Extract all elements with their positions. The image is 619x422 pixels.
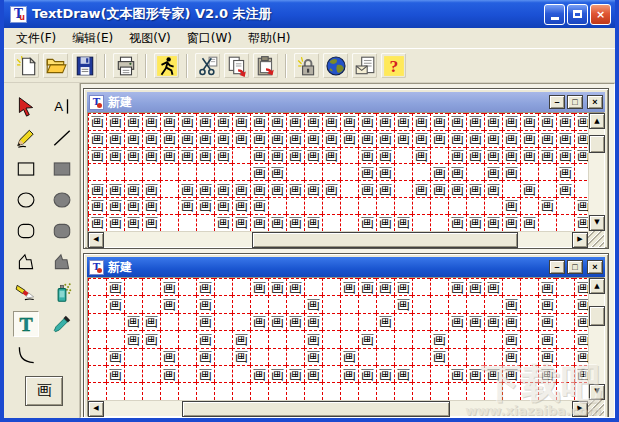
app-titlebar[interactable]: Tu TextDraw(文本图形专家) V2.0 未注册 × bbox=[4, 0, 615, 28]
grid-cell: 画 bbox=[502, 197, 520, 214]
doc-minimize-icon[interactable]: – bbox=[549, 95, 565, 109]
tool-rectangle-filled[interactable] bbox=[49, 156, 75, 182]
main-area: AT画 T新建–□×画画画画画画画画画画画画画画画画画画画画画画画画画画画画画画… bbox=[4, 83, 615, 418]
scroll-down-icon[interactable]: ▼ bbox=[589, 384, 605, 400]
run-button[interactable] bbox=[153, 52, 180, 79]
grid-cell bbox=[412, 278, 430, 295]
tool-rounded-rect-filled[interactable] bbox=[49, 218, 75, 244]
tool-polygon[interactable] bbox=[13, 249, 39, 275]
grid-cell: 画 bbox=[232, 197, 250, 214]
tool-text[interactable]: T bbox=[13, 311, 39, 337]
grid-cell: 画 bbox=[142, 147, 160, 164]
grid-cell bbox=[214, 365, 232, 382]
tool-brush[interactable] bbox=[13, 280, 39, 306]
scroll-right-icon[interactable]: ▶ bbox=[572, 232, 588, 248]
hscroll-thumb[interactable] bbox=[182, 401, 450, 417]
grid-cell bbox=[340, 382, 358, 399]
scroll-right-icon[interactable]: ▶ bbox=[572, 401, 588, 417]
help-button[interactable]: ? bbox=[380, 52, 407, 79]
paste-button[interactable] bbox=[252, 52, 279, 79]
tool-rectangle[interactable] bbox=[13, 156, 39, 182]
grid-cell: 画 bbox=[502, 295, 520, 312]
drawing-canvas[interactable]: 画画画画画画画画画画画画画画画画画画画画画画画画画画画画画画画画画画画画画画画画… bbox=[88, 278, 588, 400]
grid-cell: 画 bbox=[574, 313, 588, 330]
grid-cell bbox=[322, 313, 340, 330]
scroll-left-icon[interactable]: ◀ bbox=[88, 232, 104, 248]
grid-cell: 画 bbox=[556, 163, 574, 180]
grid-cell bbox=[484, 295, 502, 312]
grid-cell bbox=[88, 348, 106, 365]
scroll-left-icon[interactable]: ◀ bbox=[88, 401, 104, 417]
save-button[interactable] bbox=[71, 52, 98, 79]
tool-ellipse-filled[interactable] bbox=[49, 187, 75, 213]
menu-item-file[interactable]: 文件(F) bbox=[8, 28, 64, 49]
grid-cell bbox=[376, 295, 394, 312]
grid-cell: 画 bbox=[538, 330, 556, 347]
vertical-scrollbar[interactable]: ▲▼ bbox=[588, 113, 604, 231]
draw-char-button[interactable]: 画 bbox=[25, 376, 63, 406]
close-icon[interactable]: × bbox=[590, 4, 611, 25]
doc-titlebar[interactable]: T新建–□× bbox=[87, 92, 605, 112]
new-button[interactable] bbox=[13, 52, 40, 79]
doc-close-icon[interactable]: × bbox=[587, 260, 603, 274]
tool-curve[interactable] bbox=[13, 342, 39, 368]
tool-line[interactable] bbox=[49, 125, 75, 151]
tool-rounded-rect[interactable] bbox=[13, 218, 39, 244]
grid-cell: 画 bbox=[178, 180, 196, 197]
menu-item-help[interactable]: 帮助(H) bbox=[240, 28, 298, 49]
menu-item-edit[interactable]: 编辑(E) bbox=[64, 28, 121, 49]
grid-cell: 画 bbox=[196, 348, 214, 365]
maximize-icon[interactable] bbox=[567, 4, 588, 25]
grid-cell bbox=[88, 278, 106, 295]
tool-pencil[interactable] bbox=[13, 125, 39, 151]
scroll-up-icon[interactable]: ▲ bbox=[589, 113, 605, 129]
tool-text-cursor[interactable]: A bbox=[49, 94, 75, 120]
open-button[interactable] bbox=[42, 52, 69, 79]
lock-button[interactable] bbox=[293, 52, 320, 79]
grid-cell bbox=[412, 365, 430, 382]
grid-cell: 画 bbox=[160, 130, 178, 147]
tool-polygon-filled[interactable] bbox=[49, 249, 75, 275]
grid-cell bbox=[196, 382, 214, 399]
horizontal-scrollbar[interactable]: ◀▶ bbox=[88, 231, 588, 247]
print-button[interactable] bbox=[112, 52, 139, 79]
vertical-scrollbar[interactable]: ▲▼ bbox=[588, 278, 604, 400]
svg-text:T: T bbox=[19, 313, 32, 335]
mail-button[interactable] bbox=[351, 52, 378, 79]
grid-cell bbox=[286, 330, 304, 347]
grid-cell: 画 bbox=[502, 130, 520, 147]
grid-cell bbox=[268, 348, 286, 365]
vscroll-thumb[interactable] bbox=[589, 135, 605, 153]
grid-cell: 画 bbox=[160, 348, 178, 365]
resize-grip[interactable] bbox=[588, 231, 604, 247]
tool-ellipse[interactable] bbox=[13, 187, 39, 213]
minimize-icon[interactable] bbox=[544, 4, 565, 25]
resize-grip[interactable] bbox=[588, 400, 604, 416]
grid-cell bbox=[556, 382, 574, 399]
doc-close-icon[interactable]: × bbox=[587, 95, 603, 109]
scroll-down-icon[interactable]: ▼ bbox=[589, 215, 605, 231]
grid-cell: 画 bbox=[178, 147, 196, 164]
globe-button[interactable] bbox=[322, 52, 349, 79]
doc-maximize-icon[interactable]: □ bbox=[567, 260, 583, 274]
drawing-canvas[interactable]: 画画画画画画画画画画画画画画画画画画画画画画画画画画画画画画画画画画画画画画画画… bbox=[88, 113, 588, 231]
doc-titlebar[interactable]: T新建–□× bbox=[87, 257, 605, 277]
vscroll-thumb[interactable] bbox=[589, 306, 605, 326]
tool-eyedropper[interactable] bbox=[49, 311, 75, 337]
scroll-up-icon[interactable]: ▲ bbox=[589, 278, 605, 294]
doc-maximize-icon[interactable]: □ bbox=[567, 95, 583, 109]
doc-minimize-icon[interactable]: – bbox=[549, 260, 565, 274]
menu-item-view[interactable]: 视图(V) bbox=[121, 28, 179, 49]
grid-cell bbox=[520, 330, 538, 347]
tool-spray[interactable] bbox=[49, 280, 75, 306]
menu-item-window[interactable]: 窗口(W) bbox=[179, 28, 240, 49]
hscroll-thumb[interactable] bbox=[252, 232, 518, 248]
cut-button[interactable] bbox=[194, 52, 221, 79]
grid-cell: 画 bbox=[286, 365, 304, 382]
grid-cell: 画 bbox=[358, 130, 376, 147]
grid-cell bbox=[196, 214, 214, 231]
copy-button[interactable] bbox=[223, 52, 250, 79]
grid-cell bbox=[484, 330, 502, 347]
horizontal-scrollbar[interactable]: ◀▶ bbox=[88, 400, 588, 416]
tool-select[interactable] bbox=[13, 94, 39, 120]
